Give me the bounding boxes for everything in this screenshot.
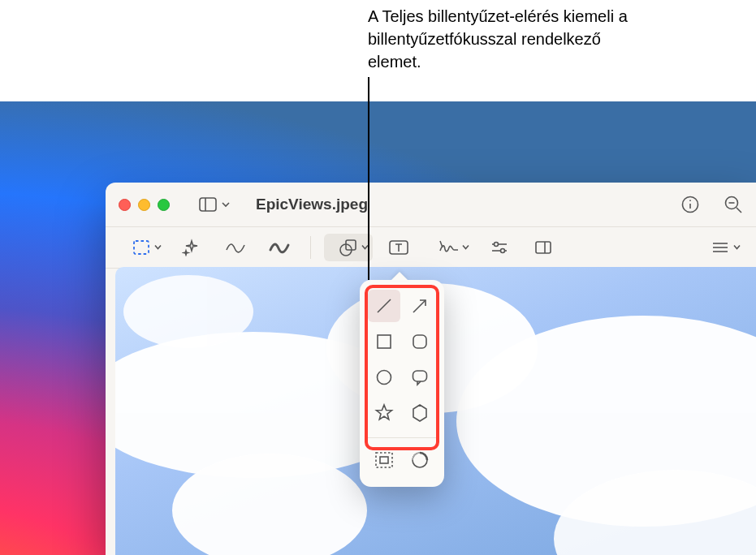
shapes-tool[interactable]	[324, 234, 373, 261]
svg-point-25	[378, 371, 391, 385]
svg-rect-29	[376, 453, 392, 467]
minimize-button[interactable]	[138, 199, 150, 211]
svg-rect-23	[378, 335, 391, 348]
sparkle-icon	[182, 239, 201, 256]
svg-line-6	[737, 208, 741, 213]
svg-rect-30	[380, 457, 388, 463]
crop-icon	[534, 239, 553, 256]
shapes-icon	[339, 239, 358, 256]
squiggle-icon	[225, 240, 246, 255]
description-tool[interactable]	[696, 234, 745, 261]
titlebar: EpicViews.jpeg	[106, 183, 756, 227]
svg-marker-27	[377, 405, 392, 419]
adjust-color-tool[interactable]	[482, 234, 517, 261]
svg-line-21	[378, 299, 391, 312]
sign-tool[interactable]	[425, 234, 473, 261]
sidebar-toggle[interactable]	[199, 197, 230, 212]
signature-icon	[438, 239, 460, 256]
svg-marker-28	[413, 405, 426, 421]
shape-speech-bubble[interactable]	[404, 361, 436, 394]
close-button[interactable]	[119, 199, 131, 211]
svg-rect-8	[134, 241, 149, 254]
markup-toolbar	[106, 227, 756, 269]
list-icon	[711, 241, 729, 254]
svg-point-4	[689, 200, 691, 201]
chevron-down-icon	[462, 244, 469, 252]
shape-arrow[interactable]	[404, 290, 436, 322]
popover-separator	[368, 437, 436, 438]
shapes-popover	[360, 280, 444, 487]
shape-line[interactable]	[368, 290, 400, 322]
shape-loupe[interactable]	[404, 445, 436, 475]
window-controls	[119, 199, 170, 211]
callout-leader-line	[368, 77, 369, 280]
shape-star[interactable]	[368, 397, 400, 429]
callout-text: A Teljes billentyűzet-elérés kiemeli a b…	[368, 5, 644, 73]
shape-square[interactable]	[368, 325, 400, 358]
sliders-icon	[490, 240, 509, 255]
selection-icon	[132, 239, 150, 256]
toolbar-separator	[310, 236, 311, 259]
text-tool[interactable]	[381, 234, 417, 261]
window-title: EpicViews.jpeg	[256, 196, 368, 213]
svg-rect-26	[413, 371, 427, 381]
sketch-tool[interactable]	[218, 234, 253, 261]
svg-point-15	[501, 249, 505, 253]
crop-tool[interactable]	[525, 234, 561, 261]
svg-rect-0	[200, 198, 216, 211]
svg-point-13	[495, 243, 499, 247]
selection-tool[interactable]	[117, 234, 166, 261]
shape-hexagon[interactable]	[404, 397, 436, 429]
chevron-down-icon	[154, 244, 162, 252]
draw-tool[interactable]	[261, 234, 297, 261]
screenshot-stage: A Teljes billentyűzet-elérés kiemeli a b…	[0, 0, 756, 555]
chevron-down-icon	[733, 244, 741, 252]
chevron-down-icon	[222, 200, 230, 209]
instant-alpha-tool[interactable]	[174, 234, 210, 261]
svg-rect-24	[413, 335, 426, 348]
info-icon[interactable]	[681, 196, 699, 213]
squiggle-bold-icon	[269, 240, 290, 255]
shape-mask-rect[interactable]	[368, 445, 400, 475]
svg-line-22	[413, 300, 426, 312]
text-box-icon	[388, 239, 409, 256]
shape-circle[interactable]	[368, 361, 400, 394]
zoom-button[interactable]	[158, 199, 170, 211]
svg-rect-16	[536, 242, 551, 253]
zoom-out-icon[interactable]	[724, 195, 743, 214]
sidebar-icon	[199, 197, 217, 212]
shape-rounded-square[interactable]	[404, 325, 436, 358]
